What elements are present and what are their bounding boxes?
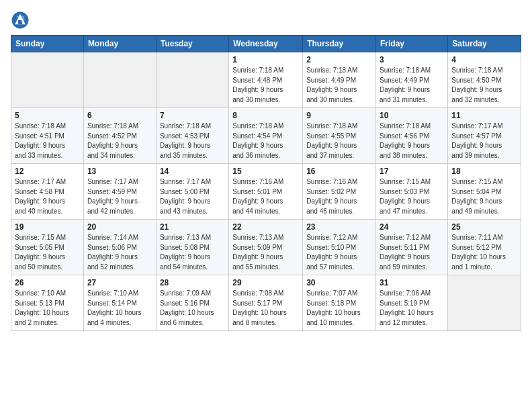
day-number: 26 <box>15 278 80 287</box>
calendar-day-cell: 1Sunrise: 7:18 AMSunset: 4:48 PMDaylight… <box>229 52 303 108</box>
day-info: Sunrise: 7:13 AMSunset: 5:09 PMDaylight:… <box>232 233 299 272</box>
day-info: Sunrise: 7:18 AMSunset: 4:49 PMDaylight:… <box>306 66 372 105</box>
calendar-day-cell: 7Sunrise: 7:18 AMSunset: 4:53 PMDaylight… <box>156 108 228 164</box>
day-number: 14 <box>160 167 225 176</box>
calendar-week-row: 26Sunrise: 7:10 AMSunset: 5:13 PMDayligh… <box>11 275 521 331</box>
day-info: Sunrise: 7:18 AMSunset: 4:50 PMDaylight:… <box>451 66 517 105</box>
day-number: 25 <box>451 222 517 232</box>
day-info: Sunrise: 7:18 AMSunset: 4:51 PMDaylight:… <box>15 122 80 161</box>
calendar-day-cell: 30Sunrise: 7:07 AMSunset: 5:18 PMDayligh… <box>303 275 376 331</box>
day-info: Sunrise: 7:09 AMSunset: 5:16 PMDaylight:… <box>160 289 225 328</box>
calendar-day-cell: 12Sunrise: 7:17 AMSunset: 4:58 PMDayligh… <box>11 164 84 220</box>
weekday-header-cell: Tuesday <box>156 36 228 52</box>
calendar-day-cell: 16Sunrise: 7:16 AMSunset: 5:02 PMDayligh… <box>303 164 376 220</box>
weekday-header-row: SundayMondayTuesdayWednesdayThursdayFrid… <box>11 36 521 52</box>
calendar-day-cell: 25Sunrise: 7:11 AMSunset: 5:12 PMDayligh… <box>448 220 521 275</box>
day-number: 12 <box>15 167 80 176</box>
day-number: 8 <box>232 111 299 120</box>
calendar-day-cell: 19Sunrise: 7:15 AMSunset: 5:05 PMDayligh… <box>11 220 84 275</box>
day-number: 23 <box>306 222 372 232</box>
day-info: Sunrise: 7:12 AMSunset: 5:11 PMDaylight:… <box>380 233 444 272</box>
day-number: 20 <box>87 222 152 232</box>
day-number: 2 <box>306 55 372 64</box>
day-number: 13 <box>87 167 152 176</box>
calendar-day-cell: 3Sunrise: 7:18 AMSunset: 4:49 PMDaylight… <box>376 52 448 108</box>
day-info: Sunrise: 7:17 AMSunset: 4:58 PMDaylight:… <box>15 177 80 216</box>
day-number: 24 <box>380 222 444 232</box>
weekday-header-cell: Monday <box>83 36 156 52</box>
day-info: Sunrise: 7:18 AMSunset: 4:49 PMDaylight:… <box>380 66 444 105</box>
logo-icon <box>11 11 30 30</box>
calendar-day-cell: 27Sunrise: 7:10 AMSunset: 5:14 PMDayligh… <box>83 275 156 331</box>
calendar-day-cell: 10Sunrise: 7:18 AMSunset: 4:56 PMDayligh… <box>376 108 448 164</box>
calendar-day-cell: 2Sunrise: 7:18 AMSunset: 4:49 PMDaylight… <box>303 52 376 108</box>
calendar-week-row: 1Sunrise: 7:18 AMSunset: 4:48 PMDaylight… <box>11 52 521 108</box>
calendar-day-cell: 26Sunrise: 7:10 AMSunset: 5:13 PMDayligh… <box>11 275 84 331</box>
day-info: Sunrise: 7:11 AMSunset: 5:12 PMDaylight:… <box>451 233 517 272</box>
calendar-day-cell: 9Sunrise: 7:18 AMSunset: 4:55 PMDaylight… <box>303 108 376 164</box>
day-number: 15 <box>232 167 299 176</box>
day-info: Sunrise: 7:16 AMSunset: 5:02 PMDaylight:… <box>306 177 372 216</box>
day-info: Sunrise: 7:18 AMSunset: 4:55 PMDaylight:… <box>306 122 372 161</box>
calendar-table: SundayMondayTuesdayWednesdayThursdayFrid… <box>11 35 521 331</box>
calendar-day-cell: 14Sunrise: 7:17 AMSunset: 5:00 PMDayligh… <box>156 164 228 220</box>
calendar-day-cell <box>11 52 84 108</box>
day-info: Sunrise: 7:06 AMSunset: 5:19 PMDaylight:… <box>380 289 444 328</box>
calendar-body: 1Sunrise: 7:18 AMSunset: 4:48 PMDaylight… <box>11 52 521 331</box>
day-number: 28 <box>160 278 225 287</box>
day-number: 1 <box>232 55 299 64</box>
calendar-day-cell: 20Sunrise: 7:14 AMSunset: 5:06 PMDayligh… <box>83 220 156 275</box>
logo <box>11 11 34 30</box>
weekday-header-cell: Thursday <box>303 36 376 52</box>
calendar-day-cell: 23Sunrise: 7:12 AMSunset: 5:10 PMDayligh… <box>303 220 376 275</box>
day-info: Sunrise: 7:12 AMSunset: 5:10 PMDaylight:… <box>306 233 372 272</box>
day-info: Sunrise: 7:15 AMSunset: 5:03 PMDaylight:… <box>380 177 444 216</box>
calendar-week-row: 5Sunrise: 7:18 AMSunset: 4:51 PMDaylight… <box>11 108 521 164</box>
day-info: Sunrise: 7:15 AMSunset: 5:04 PMDaylight:… <box>451 177 517 216</box>
calendar-day-cell: 15Sunrise: 7:16 AMSunset: 5:01 PMDayligh… <box>229 164 303 220</box>
day-number: 6 <box>87 111 152 120</box>
calendar-day-cell: 31Sunrise: 7:06 AMSunset: 5:19 PMDayligh… <box>376 275 448 331</box>
day-number: 18 <box>451 167 517 176</box>
weekday-header-cell: Friday <box>376 36 448 52</box>
calendar-day-cell: 6Sunrise: 7:18 AMSunset: 4:52 PMDaylight… <box>83 108 156 164</box>
day-number: 9 <box>306 111 372 120</box>
day-info: Sunrise: 7:18 AMSunset: 4:53 PMDaylight:… <box>160 122 225 161</box>
day-info: Sunrise: 7:18 AMSunset: 4:52 PMDaylight:… <box>87 122 152 161</box>
day-number: 31 <box>380 278 444 287</box>
day-info: Sunrise: 7:10 AMSunset: 5:13 PMDaylight:… <box>15 289 80 328</box>
calendar-day-cell: 28Sunrise: 7:09 AMSunset: 5:16 PMDayligh… <box>156 275 228 331</box>
calendar-day-cell <box>156 52 228 108</box>
header <box>11 8 521 30</box>
calendar-day-cell: 8Sunrise: 7:18 AMSunset: 4:54 PMDaylight… <box>229 108 303 164</box>
day-info: Sunrise: 7:18 AMSunset: 4:56 PMDaylight:… <box>380 122 444 161</box>
calendar-day-cell: 24Sunrise: 7:12 AMSunset: 5:11 PMDayligh… <box>376 220 448 275</box>
day-info: Sunrise: 7:14 AMSunset: 5:06 PMDaylight:… <box>87 233 152 272</box>
calendar-day-cell: 13Sunrise: 7:17 AMSunset: 4:59 PMDayligh… <box>83 164 156 220</box>
day-info: Sunrise: 7:17 AMSunset: 4:59 PMDaylight:… <box>87 177 152 216</box>
day-number: 4 <box>451 55 517 64</box>
calendar-day-cell: 18Sunrise: 7:15 AMSunset: 5:04 PMDayligh… <box>448 164 521 220</box>
calendar-day-cell: 22Sunrise: 7:13 AMSunset: 5:09 PMDayligh… <box>229 220 303 275</box>
day-info: Sunrise: 7:16 AMSunset: 5:01 PMDaylight:… <box>232 177 299 216</box>
day-number: 17 <box>380 167 444 176</box>
day-info: Sunrise: 7:10 AMSunset: 5:14 PMDaylight:… <box>87 289 152 328</box>
day-number: 5 <box>15 111 80 120</box>
day-number: 10 <box>380 111 444 120</box>
calendar-day-cell <box>83 52 156 108</box>
day-info: Sunrise: 7:13 AMSunset: 5:08 PMDaylight:… <box>160 233 225 272</box>
weekday-header-cell: Saturday <box>448 36 521 52</box>
day-info: Sunrise: 7:15 AMSunset: 5:05 PMDaylight:… <box>15 233 80 272</box>
calendar-day-cell: 4Sunrise: 7:18 AMSunset: 4:50 PMDaylight… <box>448 52 521 108</box>
day-info: Sunrise: 7:08 AMSunset: 5:17 PMDaylight:… <box>232 289 299 328</box>
day-number: 16 <box>306 167 372 176</box>
calendar-day-cell: 21Sunrise: 7:13 AMSunset: 5:08 PMDayligh… <box>156 220 228 275</box>
calendar-day-cell: 17Sunrise: 7:15 AMSunset: 5:03 PMDayligh… <box>376 164 448 220</box>
day-number: 29 <box>232 278 299 287</box>
calendar-week-row: 12Sunrise: 7:17 AMSunset: 4:58 PMDayligh… <box>11 164 521 220</box>
day-number: 7 <box>160 111 225 120</box>
day-number: 22 <box>232 222 299 232</box>
day-info: Sunrise: 7:07 AMSunset: 5:18 PMDaylight:… <box>306 289 372 328</box>
day-info: Sunrise: 7:18 AMSunset: 4:48 PMDaylight:… <box>232 66 299 105</box>
day-info: Sunrise: 7:17 AMSunset: 4:57 PMDaylight:… <box>451 122 517 161</box>
